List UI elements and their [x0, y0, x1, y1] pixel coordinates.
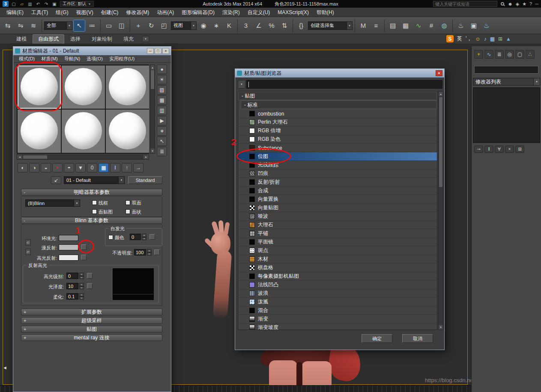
redo-icon[interactable]: ↷ — [43, 1, 49, 7]
material-map-navigator-icon[interactable]: ≣ — [157, 147, 167, 156]
align-icon[interactable]: ≡ — [370, 20, 382, 32]
use-pivot-point-center-icon[interactable]: ◉ — [197, 20, 209, 32]
specular-color-swatch[interactable] — [59, 255, 78, 261]
map-group-header[interactable]: - 贴图 — [238, 92, 437, 100]
backlight-icon[interactable]: ☀ — [157, 75, 167, 84]
video-color-check-icon[interactable]: ▥ — [157, 106, 167, 115]
scroll-right-icon[interactable] — [143, 155, 149, 159]
undo-icon[interactable]: ↶ — [35, 1, 41, 7]
material-editor-menu-item[interactable]: 导航(N) — [61, 56, 83, 62]
self-illum-value-field[interactable]: 0 — [130, 234, 141, 240]
map-item-tiles[interactable]: 平铺 — [238, 229, 437, 238]
put-material-to-scene-icon[interactable]: ◑ — [29, 163, 39, 172]
infocenter-search-input[interactable] — [433, 1, 497, 7]
curve-editor-icon[interactable]: ∿ — [412, 20, 424, 32]
show-end-result-icon[interactable]: I — [110, 163, 120, 172]
material-sample-slot[interactable] — [18, 110, 61, 153]
select-and-manipulate-icon[interactable]: ∗ — [210, 20, 222, 32]
map-item-dent[interactable]: 凹痕 — [238, 169, 437, 178]
modifier-stack[interactable] — [473, 87, 540, 143]
ribbon-tab-建模[interactable]: 建模 — [11, 35, 32, 44]
ambient-color-swatch[interactable] — [59, 235, 78, 241]
configure-modifier-sets-icon[interactable]: ⊞ — [515, 146, 524, 153]
window-crossing-toggle-icon[interactable]: ◫ — [116, 20, 128, 32]
ime-keyboard-icon[interactable]: ▦ — [490, 36, 495, 42]
menubar-item[interactable]: MAXScript(X) — [274, 8, 313, 17]
material-editor-menu-item[interactable]: 模式(D) — [16, 56, 38, 62]
diffuse-color-swatch[interactable] — [59, 244, 78, 250]
pick-material-from-object-icon[interactable]: ↙ — [51, 176, 61, 184]
edit-named-selection-sets-icon[interactable]: {} — [295, 20, 307, 32]
self-illum-map-button[interactable] — [149, 234, 155, 240]
map-browser-titlebar[interactable]: 材质/贴图浏览器 × — [235, 69, 444, 77]
menubar-item[interactable]: 视图(V) — [72, 8, 97, 17]
display-tab-icon[interactable]: ▢ — [515, 50, 524, 59]
scroll-up-icon[interactable] — [439, 92, 443, 96]
map-item-raytrace[interactable]: 光线跟踪 — [238, 161, 437, 169]
rollout-collapsed-0[interactable]: 扩展参数 — [21, 309, 162, 315]
hierarchy-tab-icon[interactable]: ≣ — [495, 50, 504, 59]
menubar-item[interactable]: 创建(C) — [97, 8, 123, 17]
map-item-waves[interactable]: 波浪 — [238, 289, 437, 298]
make-material-copy-icon[interactable]: ◓ — [64, 163, 74, 172]
material-editor-options-icon[interactable]: ∗ — [157, 126, 167, 136]
menubar-item[interactable]: 组(G) — [52, 8, 72, 17]
chevron-down-icon[interactable] — [118, 177, 124, 184]
map-item-rgb-multiply[interactable]: RGB 倍增 — [238, 127, 437, 135]
select-and-rotate-icon[interactable]: ↻ — [145, 20, 157, 32]
layer-manager-icon[interactable]: ▤ — [387, 20, 399, 32]
self-illum-spinner[interactable] — [142, 234, 146, 240]
scroll-left-icon[interactable] — [17, 155, 22, 159]
utilities-tab-icon[interactable]: ∴ — [526, 50, 535, 59]
remove-modifier-icon[interactable]: × — [505, 146, 514, 153]
map-item-normal-bump[interactable]: 法线凹凸 — [238, 281, 437, 289]
sogou-logo[interactable]: S — [446, 35, 454, 42]
map-item-checker[interactable]: 棋盘格 — [238, 264, 437, 272]
spinner-snap-icon[interactable]: ⇅ — [278, 20, 290, 32]
map-item-reflect-refract[interactable]: 反射/折射 — [238, 178, 437, 187]
map-item-splat[interactable]: 泼溅 — [238, 298, 437, 306]
rollout-shader-basic-params[interactable]: 明暗器基本参数 — [21, 189, 162, 196]
reference-coordinate-dropdown[interactable]: 视图 — [171, 21, 197, 30]
self-illum-color-checkbox[interactable] — [108, 235, 113, 240]
map-item-bitmap[interactable]: 位图 — [238, 152, 437, 161]
opacity-spinner[interactable] — [147, 249, 152, 255]
angle-snap-icon[interactable]: ∠ — [253, 20, 265, 32]
put-to-library-icon[interactable]: ▼ — [75, 163, 86, 172]
favorites-icon[interactable]: ★ — [522, 1, 526, 7]
opacity-map-button[interactable] — [154, 249, 160, 255]
material-sample-slot[interactable] — [106, 110, 149, 153]
get-material-icon[interactable]: ◐ — [18, 163, 28, 172]
rollout-collapsed-3[interactable]: mental ray 连接 — [21, 334, 162, 341]
glossiness-field[interactable]: 10 — [66, 283, 78, 289]
material-editor-menu-item[interactable]: 选项(O) — [84, 56, 106, 62]
faceted-checkbox[interactable] — [126, 209, 130, 214]
map-list-scrollbar[interactable] — [438, 91, 443, 330]
material-editor-menu-item[interactable]: 材质(M) — [38, 56, 61, 62]
mirror-icon[interactable]: M — [357, 20, 369, 32]
show-map-in-viewport-icon[interactable]: ▦ — [99, 163, 109, 172]
select-and-scale-icon[interactable]: ◰ — [158, 20, 170, 32]
menubar-item[interactable]: 编辑(E) — [3, 8, 27, 17]
menubar-item[interactable]: 修改器(M) — [122, 8, 153, 17]
modify-tab-icon[interactable]: ∿ — [484, 50, 493, 59]
material-editor-icon[interactable]: ◍ — [438, 20, 450, 32]
map-item-marble[interactable]: 大理石 — [238, 221, 437, 229]
material-type-button[interactable]: Standard — [128, 176, 162, 184]
select-and-link-icon[interactable]: ⇆ — [2, 20, 14, 32]
map-item-gradient-ramp[interactable]: 渐变坡度 — [238, 324, 437, 330]
select-by-material-icon[interactable]: ↖ — [157, 137, 167, 146]
viewport-left-arrow-icon[interactable] — [3, 365, 7, 370]
wire-checkbox[interactable] — [92, 200, 97, 205]
sample-type-icon[interactable]: ● — [157, 65, 167, 74]
ime-toolbox-icon[interactable]: ⊞ — [498, 36, 502, 42]
render-production-icon[interactable]: ♨ — [481, 20, 493, 32]
ribbon-tab-对象绘制[interactable]: 对象绘制 — [87, 35, 117, 44]
unlink-selection-icon[interactable]: ⇋ — [15, 20, 27, 32]
map-item-rgb-tint[interactable]: RGB 染色 — [238, 135, 437, 144]
map-item-combustion[interactable]: combustion — [238, 110, 437, 118]
percent-snap-icon[interactable]: % — [266, 20, 278, 32]
snap-toggle-3d-icon[interactable]: 3 — [240, 20, 252, 32]
object-name-field[interactable] — [474, 66, 538, 74]
diffuse-map-button[interactable] — [81, 244, 87, 250]
